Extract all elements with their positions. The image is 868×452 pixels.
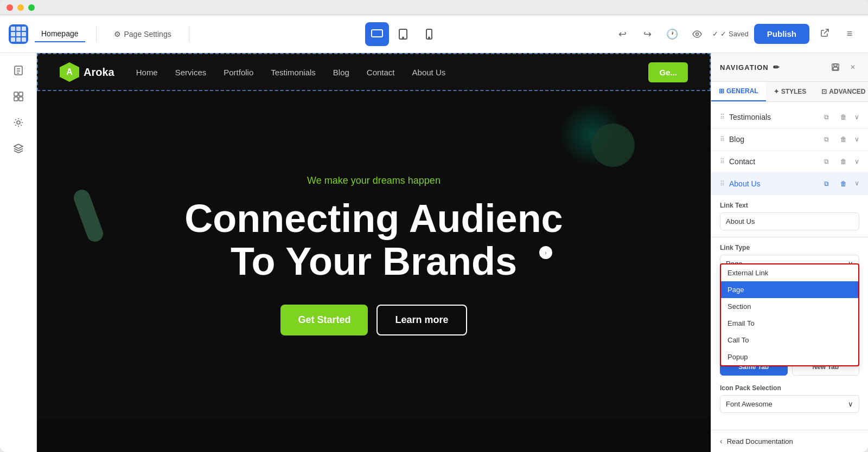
svg-rect-9: [14, 97, 18, 101]
svg-point-5: [696, 33, 699, 35]
mobile-button[interactable]: [417, 22, 441, 46]
tab-homepage[interactable]: Homepage: [35, 26, 85, 42]
svg-rect-14: [833, 67, 838, 70]
hero-tagline: We make your dreams happen: [307, 175, 441, 186]
right-panel: NAVIGATION ✏ ✕ ⊞ GENERAL ✦ ST: [711, 53, 868, 452]
device-switcher: [200, 22, 607, 46]
drag-handle-about-us[interactable]: ⠿: [720, 180, 725, 188]
copy-about-us-button[interactable]: ⧉: [820, 177, 833, 190]
drag-handle-contact[interactable]: ⠿: [720, 158, 725, 165]
get-started-button[interactable]: Get Started: [280, 305, 368, 335]
copy-contact-button[interactable]: ⧉: [820, 155, 833, 168]
panel-collapse-button[interactable]: ›: [539, 246, 552, 259]
redo-button[interactable]: ↪: [637, 24, 657, 44]
separator-1: [96, 26, 97, 42]
tablet-button[interactable]: [391, 22, 415, 46]
preview-button[interactable]: [687, 24, 707, 44]
link-text-label: Link Text: [720, 202, 859, 209]
panel-close-button[interactable]: ✕: [846, 61, 859, 74]
tab-page-settings[interactable]: ⚙ Page Settings: [107, 27, 178, 42]
close-dot[interactable]: [7, 4, 13, 11]
nav-links: Home Services Portfolio Testimonials Blo…: [136, 68, 649, 77]
nav-link-blog[interactable]: Blog: [333, 68, 349, 77]
hero-title: Connecting Audienc To Your Brands: [184, 197, 563, 283]
dropdown-option-external-link[interactable]: External Link: [721, 264, 858, 281]
panel-header: NAVIGATION ✏ ✕: [711, 53, 868, 82]
general-icon: ⊞: [719, 87, 724, 95]
toolbar-right: ↩ ↪ 🕐 ✓ ✓ Saved Publish ≡: [612, 24, 859, 44]
app-toolbar: Homepage ⚙ Page Settings ↩ ↪ 🕐: [0, 15, 868, 53]
styles-icon: ✦: [774, 88, 779, 95]
link-type-label: Link Type: [720, 244, 859, 251]
main-area: A Aroka Home Services Portfolio Testimon…: [0, 53, 868, 452]
learn-more-button[interactable]: Learn more: [376, 305, 467, 335]
tab-advanced[interactable]: ⊡ ADVANCED: [814, 82, 868, 101]
delete-blog-button[interactable]: 🗑: [837, 133, 850, 146]
panel-save-button[interactable]: [829, 61, 842, 74]
dropdown-option-page[interactable]: Page: [721, 281, 858, 298]
icon-pack-area: Icon Pack Selection Font Awesome ∨: [711, 380, 868, 415]
nav-link-portfolio[interactable]: Portfolio: [224, 68, 253, 77]
svg-rect-7: [14, 92, 18, 96]
copy-blog-button[interactable]: ⧉: [820, 133, 833, 146]
nav-items-list: ⠿ Testimonials ⧉ 🗑 ∨ ⠿ Blog ⧉ 🗑 ∨ ⠿: [711, 102, 868, 430]
expand-contact-button[interactable]: ∨: [854, 158, 859, 165]
undo-button[interactable]: ↩: [612, 24, 632, 44]
svg-point-4: [429, 37, 430, 38]
nav-link-about[interactable]: About Us: [412, 68, 446, 77]
hero-pill: [72, 188, 105, 244]
dropdown-option-email-to[interactable]: Email To: [721, 315, 858, 332]
nav-item-contact: ⠿ Contact ⧉ 🗑 ∨: [711, 151, 868, 173]
title-bar: [0, 0, 868, 15]
sidebar-pages-icon[interactable]: [8, 60, 29, 81]
icon-pack-dropdown[interactable]: Font Awesome ∨: [720, 395, 859, 413]
minimize-dot[interactable]: [17, 4, 24, 11]
read-documentation-link[interactable]: Read Documentation: [727, 437, 793, 445]
tab-general[interactable]: ⊞ GENERAL: [711, 82, 766, 101]
canvas-area[interactable]: A Aroka Home Services Portfolio Testimon…: [37, 53, 711, 452]
dropdown-option-call-to[interactable]: Call To: [721, 332, 858, 348]
nav-link-services[interactable]: Services: [175, 68, 207, 77]
footer-strip: [37, 419, 711, 452]
sidebar-settings-icon[interactable]: [8, 112, 29, 133]
desktop-button[interactable]: [365, 22, 389, 46]
nav-cta[interactable]: Ge...: [648, 62, 688, 82]
link-type-dropdown-menu: External Link Page Section Email To Call…: [720, 263, 859, 366]
external-link-button[interactable]: [815, 24, 834, 44]
link-text-input[interactable]: [720, 212, 859, 230]
dropdown-option-section[interactable]: Section: [721, 298, 858, 315]
drag-handle-blog[interactable]: ⠿: [720, 135, 725, 143]
back-arrow-button[interactable]: ‹: [720, 437, 723, 445]
tab-styles[interactable]: ✦ STYLES: [766, 82, 814, 101]
maximize-dot[interactable]: [28, 4, 35, 11]
panel-bottom: ‹ Read Documentation: [711, 430, 868, 452]
nav-link-contact[interactable]: Contact: [367, 68, 395, 77]
delete-contact-button[interactable]: 🗑: [837, 155, 850, 168]
hamburger-button[interactable]: ≡: [840, 24, 859, 44]
icon-pack-chevron-icon: ∨: [848, 400, 853, 408]
publish-button[interactable]: Publish: [754, 24, 809, 44]
sidebar-elements-icon[interactable]: [8, 86, 29, 107]
nav-item-label-blog: Blog: [729, 135, 815, 144]
nav-logo-hex: A: [60, 62, 79, 82]
expand-testimonials-button[interactable]: ∨: [854, 113, 859, 121]
copy-testimonials-button[interactable]: ⧉: [820, 111, 833, 124]
dropdown-option-popup[interactable]: Popup: [721, 348, 858, 365]
history-button[interactable]: 🕐: [662, 24, 682, 44]
nav-link-testimonials[interactable]: Testimonials: [271, 68, 316, 77]
nav-item-label-testimonials: Testimonials: [729, 113, 815, 121]
svg-point-2: [403, 37, 404, 38]
drag-handle-testimonials[interactable]: ⠿: [720, 113, 725, 121]
delete-about-us-button[interactable]: 🗑: [837, 177, 850, 190]
collapse-about-us-button[interactable]: ∧: [854, 180, 859, 188]
delete-testimonials-button[interactable]: 🗑: [837, 111, 850, 124]
website-preview: A Aroka Home Services Portfolio Testimon…: [37, 53, 711, 452]
edit-panel-icon[interactable]: ✏: [773, 63, 780, 72]
nav-item-testimonials: ⠿ Testimonials ⧉ 🗑 ∨: [711, 106, 868, 128]
preview-nav: A Aroka Home Services Portfolio Testimon…: [37, 53, 711, 91]
sidebar-layers-icon[interactable]: [8, 138, 29, 159]
panel-tab-bar: ⊞ GENERAL ✦ STYLES ⊡ ADVANCED: [711, 82, 868, 102]
expand-blog-button[interactable]: ∨: [854, 135, 859, 143]
nav-link-home[interactable]: Home: [136, 68, 158, 77]
svg-rect-13: [834, 64, 837, 66]
